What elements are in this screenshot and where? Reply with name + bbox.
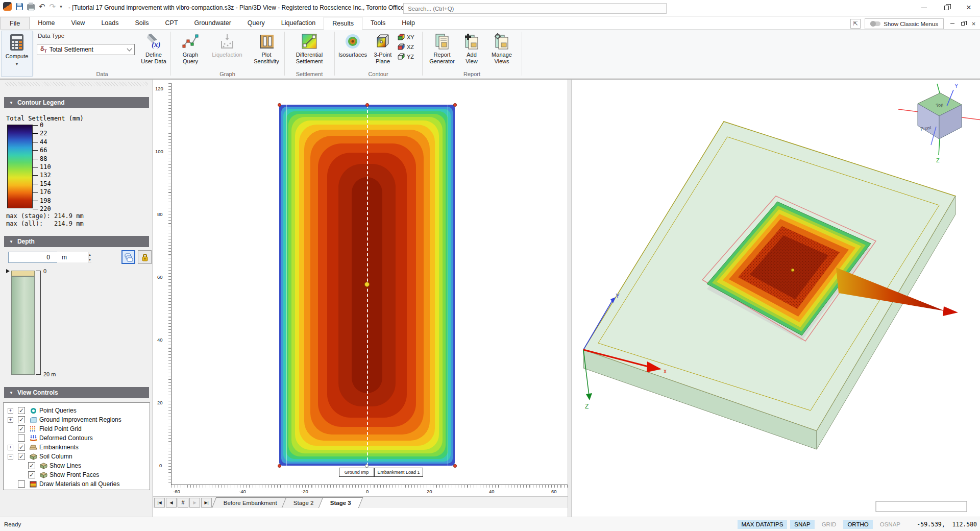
report-generator-button[interactable]: Report Generator <box>426 31 458 77</box>
checkbox[interactable] <box>18 435 25 442</box>
save-icon[interactable] <box>16 3 23 10</box>
tree-item-ground-improvement-regions[interactable]: + ✓ Ground Improvement Regions <box>4 415 150 424</box>
define-user-data-button[interactable]: (x) Define User Data <box>139 31 168 77</box>
expander-icon[interactable]: − <box>8 454 13 460</box>
corner-handle[interactable] <box>278 464 281 468</box>
data-type-combobox[interactable]: δT Total Settlement <box>37 44 135 55</box>
three-point-plane-button[interactable]: 3-Point Plane <box>370 31 396 77</box>
add-view-button[interactable]: Add View <box>459 31 484 77</box>
query-point-marker[interactable] <box>364 282 370 287</box>
osnap-toggle[interactable]: OSNAP <box>876 520 904 529</box>
tree-item-field-point-grid[interactable]: ✓ Field Point Grid <box>4 424 150 433</box>
previous-stage-button[interactable]: ◀ <box>166 498 177 508</box>
tree-item-point-queries[interactable]: + ✓ Point Queries <box>4 406 150 415</box>
tree-item-soil-column[interactable]: − ✓ Soil Column <box>4 452 150 461</box>
manage-views-button[interactable]: Manage Views <box>486 31 518 77</box>
checkbox[interactable]: ✓ <box>18 416 25 423</box>
snap-toggle[interactable]: SNAP <box>790 520 814 529</box>
ribbon-collapse-icon[interactable]: ⇱ <box>850 19 861 29</box>
ortho-toggle[interactable]: ORTHO <box>843 520 872 529</box>
floating-input-box[interactable] <box>876 501 967 512</box>
view-splitter[interactable] <box>568 80 572 517</box>
checkbox[interactable]: ✓ <box>18 453 25 460</box>
tree-item-draw-materials[interactable]: Draw Materials on all Queries <box>4 479 150 489</box>
lock-depth-button[interactable] <box>138 250 152 264</box>
tab-loads[interactable]: Loads <box>93 17 127 29</box>
tab-liquefaction[interactable]: Liquefaction <box>273 17 324 29</box>
tree-item-show-front-faces[interactable]: ✓ Show Front Faces <box>4 470 150 479</box>
checkbox[interactable] <box>18 480 25 488</box>
last-stage-button[interactable]: ▶| <box>201 498 212 508</box>
graph-query-button[interactable]: Graph Query <box>177 31 204 77</box>
checkbox[interactable]: ✓ <box>28 471 35 478</box>
tree-item-show-lines[interactable]: ✓ Show Lines <box>4 461 150 470</box>
stage-tab-before-embankment[interactable]: Before Embankment <box>212 497 289 508</box>
tab-home[interactable]: Home <box>30 17 63 29</box>
mdi-restore-button[interactable] <box>959 20 967 28</box>
plan-view[interactable]: 120 100 80 60 40 20 0 -60 -40 -20 0 20 4… <box>153 80 568 517</box>
tab-file[interactable]: File <box>0 17 30 29</box>
corner-handle[interactable] <box>453 464 457 468</box>
tab-soils[interactable]: Soils <box>127 17 157 29</box>
ground-improvement-tag[interactable]: Ground Imp <box>339 468 374 477</box>
isosurfaces-button[interactable]: Isosurfaces <box>337 31 369 77</box>
stage-tab-stage-3[interactable]: Stage 3 <box>318 497 362 508</box>
view-controls-header[interactable]: ▼ View Controls <box>4 387 149 398</box>
depth-header[interactable]: ▼ Depth <box>4 236 149 247</box>
tab-results[interactable]: Results <box>324 17 362 30</box>
collapse-triangle-icon: ▼ <box>9 101 13 105</box>
embankment-load-tag[interactable]: Embankment Load 1 <box>374 468 423 477</box>
depth-spinner[interactable]: ▲▼ <box>88 252 91 262</box>
checkbox[interactable]: ✓ <box>28 462 35 469</box>
view-cube[interactable]: Top Front Y X Z <box>898 83 980 163</box>
tree-item-embankments[interactable]: + ✓ Embankments <box>4 443 150 452</box>
tree-item-deformed-contours[interactable]: Deformed Contours <box>4 433 150 443</box>
corner-handle[interactable] <box>453 103 457 107</box>
next-stage-button[interactable]: ▶ <box>189 498 200 508</box>
first-stage-button[interactable]: |◀ <box>154 498 165 508</box>
field-point-grid-icon <box>29 425 37 432</box>
compute-button[interactable]: Compute ▼ <box>1 31 33 77</box>
dock-grip-handle[interactable] <box>5 82 148 86</box>
stage-list-button[interactable]: # <box>178 498 188 508</box>
print-icon[interactable] <box>27 4 35 10</box>
plane-xy-button[interactable]: XY <box>397 34 414 41</box>
compute-dropdown-icon[interactable]: ▼ <box>15 62 19 66</box>
tab-query[interactable]: Query <box>239 17 273 29</box>
mdi-close-button[interactable]: × <box>969 20 978 28</box>
search-box[interactable] <box>403 3 667 14</box>
expander-icon[interactable]: + <box>8 408 13 414</box>
show-layers-button[interactable] <box>121 250 135 264</box>
search-input[interactable] <box>404 4 666 13</box>
grid-toggle[interactable]: GRID <box>818 520 841 529</box>
corner-handle[interactable] <box>278 103 281 107</box>
mdi-minimize-button[interactable] <box>948 20 957 28</box>
redo-icon[interactable]: ↷ <box>50 3 56 10</box>
checkbox[interactable]: ✓ <box>18 444 25 451</box>
expander-icon[interactable]: + <box>8 417 13 423</box>
three-d-view[interactable]: Y x Z Top <box>572 80 980 517</box>
show-classic-menus-toggle[interactable]: Show Classic Menus <box>865 18 944 29</box>
tab-tools[interactable]: Tools <box>362 17 394 29</box>
expander-icon[interactable]: + <box>8 445 13 450</box>
close-button[interactable]: × <box>958 0 980 15</box>
restore-button[interactable] <box>935 0 958 15</box>
minimize-button[interactable] <box>913 0 935 15</box>
undo-icon[interactable]: ↶ <box>39 3 45 10</box>
tab-view[interactable]: View <box>63 17 93 29</box>
tab-groundwater[interactable]: Groundwater <box>186 17 239 29</box>
checkbox[interactable]: ✓ <box>18 425 25 432</box>
edge-handle[interactable] <box>365 103 369 107</box>
max-datatips-toggle[interactable]: MAX DATATIPS <box>738 520 788 529</box>
depth-marker-icon[interactable] <box>6 269 10 273</box>
tab-cpt[interactable]: CPT <box>157 17 186 29</box>
differential-settlement-button[interactable]: Differential Settlement <box>291 31 327 77</box>
checkbox[interactable]: ✓ <box>18 407 25 414</box>
plane-yz-button[interactable]: YZ <box>397 53 414 60</box>
quick-access-dropdown-icon[interactable]: ▾ <box>60 4 62 9</box>
plot-sensitivity-button[interactable]: Plot Sensitivity <box>251 31 282 77</box>
plane-xz-button[interactable]: XZ <box>397 43 414 51</box>
contour-legend-header[interactable]: ▼ Contour Legend <box>4 97 149 108</box>
depth-input[interactable] <box>9 252 88 262</box>
tab-help[interactable]: Help <box>394 17 423 29</box>
